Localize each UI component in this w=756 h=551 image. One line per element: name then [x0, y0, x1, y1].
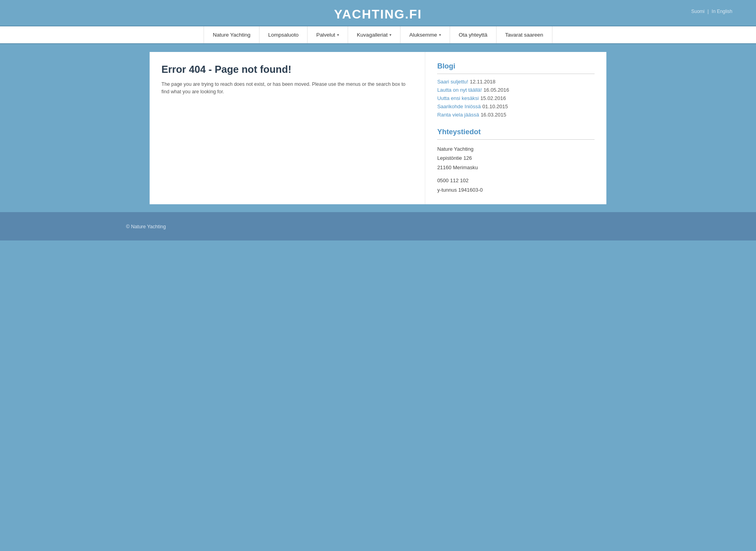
nav-item-tavarat-saareen[interactable]: Tavarat saareen: [497, 26, 552, 43]
blog-post-link[interactable]: Saari suljettu!: [437, 79, 468, 85]
sidebar: Blogi Saari suljettu!12.11.2018Lautta on…: [425, 52, 606, 204]
list-item: Saarikohde Iniössä01.10.2015: [437, 104, 595, 109]
contact-section-title: Yhteystiedot: [437, 128, 595, 136]
nav-item-kuvagalleriat[interactable]: Kuvagalleriat▾: [348, 26, 400, 43]
dropdown-arrow-icon: ▾: [439, 33, 441, 37]
blog-list: Saari suljettu!12.11.2018Lautta on nyt t…: [437, 79, 595, 118]
language-bar: Suomi | In English: [691, 9, 732, 14]
blog-divider: [437, 74, 595, 74]
nav-item-aluksemme[interactable]: Aluksemme▾: [400, 26, 450, 43]
list-item: Uutta ensi kesäksi15.02.2016: [437, 95, 595, 101]
nav-item-palvelut[interactable]: Palvelut▾: [308, 26, 348, 43]
blog-post-date: 16.05.2016: [484, 87, 509, 93]
blog-post-date: 12.11.2018: [470, 79, 495, 85]
lang-suomi-link[interactable]: Suomi: [691, 9, 704, 14]
nav-item-ota-yhteyttä[interactable]: Ota yhteyttä: [450, 26, 497, 43]
dropdown-arrow-icon: ▾: [337, 33, 339, 37]
main-nav: Nature YachtingLompsaluotoPalvelut▾Kuvag…: [0, 26, 756, 44]
nav-item-lompsaluoto[interactable]: Lompsaluoto: [259, 26, 308, 43]
contact-street: Lepistöntie 126: [437, 153, 595, 163]
site-title-text: YACHTING.FI: [334, 7, 422, 22]
error-title: Error 404 - Page not found!: [161, 64, 413, 75]
contact-divider: [437, 139, 595, 140]
blog-section-title: Blogi: [437, 62, 595, 70]
contact-info: Nature Yachting Lepistöntie 126 21160 Me…: [437, 144, 595, 194]
list-item: Saari suljettu!12.11.2018: [437, 79, 595, 85]
blog-post-date: 15.02.2016: [480, 95, 506, 101]
site-title[interactable]: YACHTING.FI: [334, 13, 422, 20]
footer: © Nature Yachting: [126, 212, 630, 240]
main-column: Error 404 - Page not found! The page you…: [150, 52, 425, 204]
contact-city: 21160 Merimasku: [437, 163, 595, 172]
blog-post-link[interactable]: Ranta viela jäässä: [437, 112, 479, 118]
dropdown-arrow-icon: ▾: [389, 33, 391, 37]
contact-ytunnus: y-tunnus 1941603-0: [437, 185, 595, 194]
blog-post-link[interactable]: Uutta ensi kesäksi: [437, 95, 479, 101]
lang-english-link[interactable]: In English: [712, 9, 732, 14]
contact-name: Nature Yachting: [437, 144, 595, 153]
list-item: Lautta on nyt täällä!16.05.2016: [437, 87, 595, 93]
lang-separator: |: [708, 9, 709, 14]
error-description: The page you are trying to reach does no…: [161, 81, 413, 96]
contact-phone: 0500 112 102: [437, 176, 595, 185]
blog-post-date: 16.03.2015: [481, 112, 506, 118]
blog-post-link[interactable]: Lautta on nyt täällä!: [437, 87, 482, 93]
blog-post-date: 01.10.2015: [482, 104, 508, 109]
list-item: Ranta viela jäässä16.03.2015: [437, 112, 595, 118]
footer-copyright: © Nature Yachting: [126, 224, 166, 229]
content-area: Error 404 - Page not found! The page you…: [150, 52, 606, 204]
nav-item-nature-yachting[interactable]: Nature Yachting: [204, 26, 259, 43]
blog-post-link[interactable]: Saarikohde Iniössä: [437, 104, 481, 109]
